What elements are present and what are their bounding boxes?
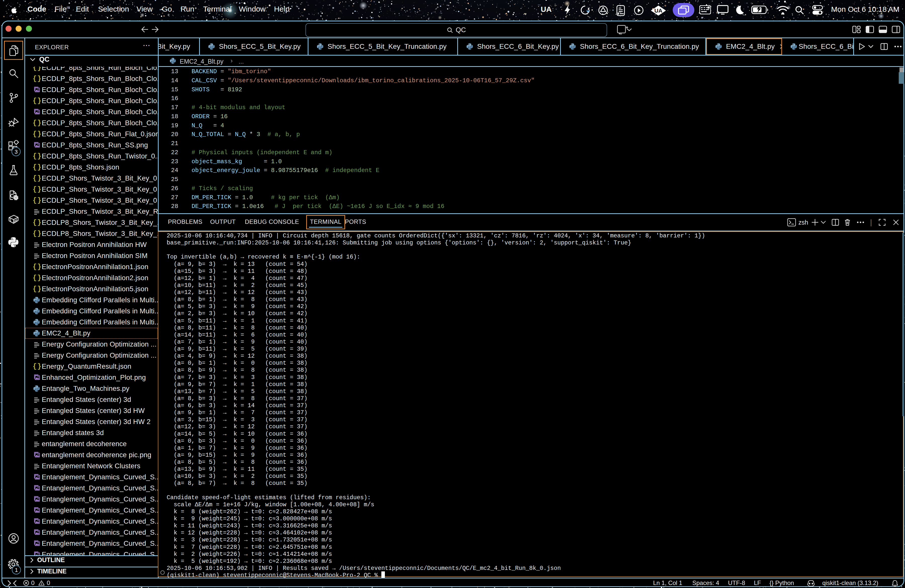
svg-text:UA: UA — [654, 8, 662, 14]
